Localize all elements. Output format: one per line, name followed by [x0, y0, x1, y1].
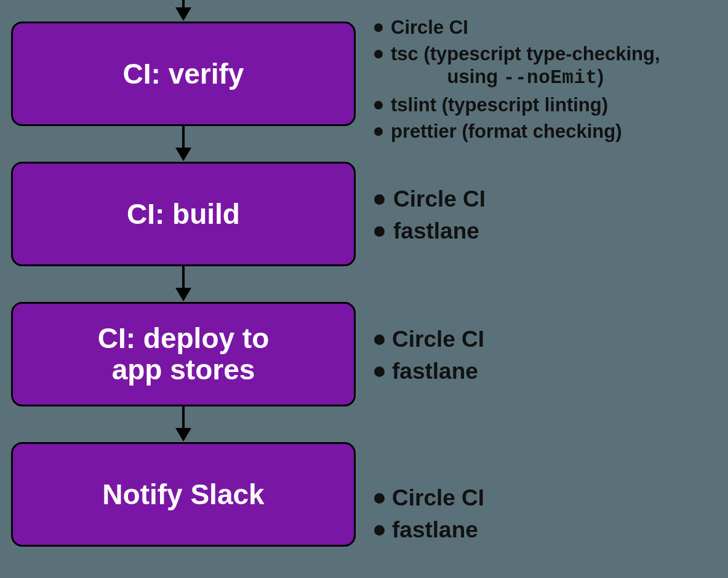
bullet-dot [374, 335, 385, 345]
bullet-dot [374, 525, 385, 536]
bullet-dot [374, 366, 385, 377]
bullet-item: Circle CI [374, 186, 719, 213]
bullet-dot [374, 23, 383, 32]
flow-arrow [174, 126, 193, 161]
stage-ci-deploy: CI: deploy to app stores [11, 302, 356, 406]
bullet-text: fastlane [392, 358, 478, 385]
bullet-text-mono: --noEmit [503, 67, 598, 89]
bullet-text: fastlane [393, 218, 479, 245]
bullet-item: fastlane [374, 517, 719, 544]
bullet-text-subline: using --noEmit) [391, 65, 660, 89]
stage-notify-slack-bullets: Circle CI fastlane [374, 485, 719, 544]
bullet-text-part: ) [598, 66, 604, 87]
bullet-text-part: tsc (typescript type-checking, [391, 43, 660, 65]
stage-title: CI: verify [123, 58, 244, 90]
bullet-item: prettier (format checking) [374, 120, 719, 143]
bullet-dot [374, 194, 385, 205]
bullet-dot [374, 101, 383, 109]
stage-ci-deploy-bullets: Circle CI fastlane [374, 326, 719, 386]
stage-ci-verify-bullets: Circle CI tsc (typescript type-checking,… [374, 16, 719, 143]
bullet-text: Circle CI [392, 326, 484, 353]
bullet-text-part: using [447, 66, 503, 87]
bullet-text: Circle CI [391, 16, 468, 39]
stage-title-line1: CI: deploy to [98, 323, 270, 354]
bullet-dot [374, 226, 385, 237]
stage-title-line2: app stores [98, 354, 270, 386]
stage-title: Notify Slack [102, 479, 264, 510]
stage-title: CI: build [127, 199, 240, 230]
stage-ci-build-bullets: Circle CI fastlane [374, 186, 719, 245]
stage-title: CI: deploy to app stores [98, 323, 270, 385]
bullet-text: Circle CI [393, 186, 486, 213]
flow-arrow [174, 406, 193, 441]
bullet-dot [374, 50, 383, 58]
bullet-item: Circle CI [374, 326, 719, 353]
flow-arrow [174, 266, 193, 301]
bullet-item: tslint (typescript linting) [374, 93, 719, 116]
stage-title-line1: CI: verify [123, 58, 244, 90]
bullet-text: fastlane [392, 517, 478, 544]
bullet-item: fastlane [374, 358, 719, 385]
bullet-item: fastlane [374, 218, 719, 245]
bullet-text: tsc (typescript type-checking, using --n… [391, 42, 660, 89]
stage-ci-verify: CI: verify [11, 22, 356, 126]
bullet-text: tslint (typescript linting) [391, 93, 608, 116]
bullet-dot [374, 493, 385, 504]
bullet-item: Circle CI [374, 16, 719, 39]
flow-arrow-in [174, 0, 193, 21]
bullet-item: Circle CI [374, 485, 719, 512]
stage-notify-slack: Notify Slack [11, 442, 356, 547]
bullet-text: Circle CI [392, 485, 484, 512]
stage-title-line1: Notify Slack [102, 478, 264, 510]
stage-ci-build: CI: build [11, 162, 356, 266]
stage-title-line1: CI: build [127, 198, 240, 230]
bullet-item: tsc (typescript type-checking, using --n… [374, 42, 719, 89]
bullet-dot [374, 127, 383, 136]
bullet-text: prettier (format checking) [391, 120, 622, 143]
